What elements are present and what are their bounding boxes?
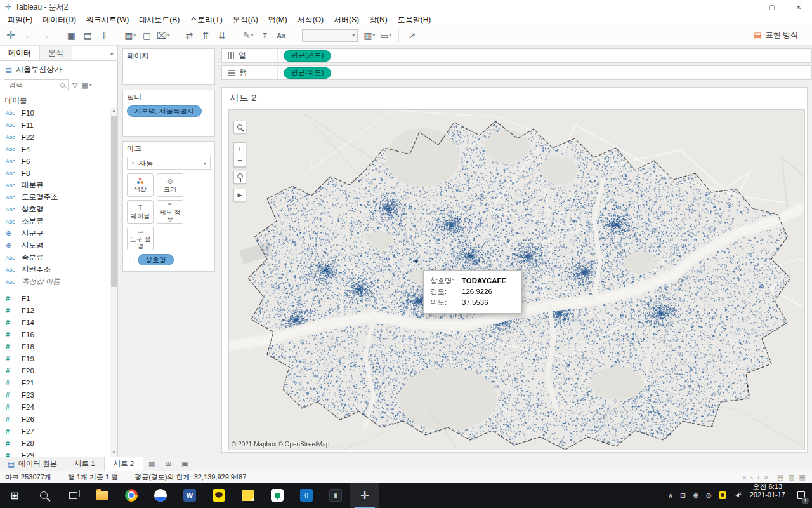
marks-card[interactable]: 마크 ○ 자동 ▾ 색상⊙크기T레이블≡세부 정보▭도구 설명 ⋮⋮ 상호명 — [122, 141, 215, 272]
field-measure[interactable]: #F16 — [0, 328, 110, 340]
tab-analytics[interactable]: 분석 — [39, 46, 72, 60]
add-data-button[interactable]: ▤ — [80, 28, 95, 43]
kakaotalk-taskbar-button[interactable] — [204, 483, 233, 508]
field-measure[interactable]: #F23 — [0, 389, 110, 401]
columns-pill[interactable]: 평균(경도) — [284, 50, 331, 62]
show-me-button[interactable]: ▤ 표현 방식 — [754, 30, 798, 41]
field-measure[interactable]: #F26 — [0, 413, 110, 425]
filters-card[interactable]: 필터 시도명: 서울특별시 — [122, 90, 215, 137]
pane-collapse-icon[interactable]: ▸ — [107, 46, 117, 60]
display-icon[interactable]: ⊡ — [680, 491, 686, 500]
field-dimension[interactable]: AbcF11 — [0, 119, 110, 131]
file-explorer-taskbar-button[interactable] — [88, 483, 117, 508]
duplicate-sheet-button[interactable]: ▢ — [139, 28, 154, 43]
menu-item-6[interactable]: 맵(M) — [263, 14, 292, 25]
task-view-taskbar-button[interactable] — [58, 483, 88, 508]
kakaomap-taskbar-button[interactable] — [263, 483, 292, 508]
field-dimension[interactable]: ⊕시군구 — [0, 227, 110, 239]
menu-item-5[interactable]: 분석(A) — [228, 14, 263, 25]
bluetooth-icon[interactable]: ⊙ — [706, 491, 712, 500]
chrome-taskbar-button[interactable] — [117, 483, 146, 508]
new-dashboard-button[interactable]: ⊞ — [160, 457, 176, 471]
field-dimension[interactable]: AbcF8 — [0, 167, 110, 179]
text-label-button[interactable]: T — [257, 28, 272, 43]
field-dimension[interactable]: Abc소분류 — [0, 215, 110, 227]
field-measure[interactable]: #F1 — [0, 292, 110, 304]
marks-pill[interactable]: 상호명 — [138, 254, 174, 265]
word-taskbar-button[interactable]: W — [175, 483, 204, 508]
field-dimension[interactable]: ⊕시도명 — [0, 239, 110, 251]
sticky-notes-taskbar-button[interactable] — [233, 483, 263, 508]
status-view-1[interactable]: ▥ — [788, 473, 794, 481]
field-dimension[interactable]: Abc대분류 — [0, 179, 110, 191]
start-taskbar-button[interactable]: ⊞ — [0, 483, 29, 508]
menu-item-8[interactable]: 서버(S) — [329, 14, 364, 25]
tableau-taskbar-button[interactable]: ✛ — [350, 483, 379, 508]
new-worksheet-button[interactable]: ▦▾ — [122, 28, 138, 43]
minimize-button[interactable]: — — [732, 0, 759, 14]
field-measure[interactable]: #F19 — [0, 352, 110, 364]
field-dimension[interactable]: AbcF10 — [0, 107, 110, 119]
search-input[interactable] — [8, 81, 60, 90]
menu-item-4[interactable]: 스토리(T) — [185, 14, 227, 25]
sort-descending-button[interactable]: ⇊ — [214, 28, 230, 43]
notification-center-button[interactable]: 1 — [790, 483, 812, 508]
menu-item-0[interactable]: 파일(F) — [3, 14, 37, 25]
zoom-out-button[interactable]: − — [233, 154, 246, 167]
datasource-tab[interactable]: ▤ 데이터 원본 — [0, 457, 65, 471]
map-pan-button[interactable]: ▶ — [233, 189, 246, 201]
filter-pill[interactable]: 시도명: 서울특별시 — [127, 105, 202, 117]
mark-type-selector[interactable]: ○ 자동 ▾ — [127, 157, 211, 170]
field-measure[interactable]: #F29 — [0, 449, 110, 457]
menu-item-3[interactable]: 대시보드(B) — [134, 14, 185, 25]
field-measure[interactable]: #F21 — [0, 377, 110, 389]
taskbar-clock[interactable]: 오전 6:13 2021-01-17 — [745, 483, 790, 508]
search-taskbar-taskbar-button[interactable] — [29, 483, 58, 508]
map-pin-button[interactable] — [233, 171, 246, 184]
field-dimension[interactable]: AbcF4 — [0, 143, 110, 155]
filter-fields-icon[interactable]: ▽ — [72, 81, 77, 90]
menu-item-9[interactable]: 창(N) — [364, 14, 393, 25]
status-view-0[interactable]: ▤ — [777, 473, 783, 481]
scroll-up-icon[interactable]: ▲ — [110, 107, 117, 114]
field-dimension[interactable]: Abc상호명 — [0, 203, 110, 215]
hidden-icons-chevron[interactable]: ∧ — [668, 491, 673, 500]
detail-button[interactable]: ≡세부 정보 — [157, 200, 183, 224]
volume-muted[interactable] — [733, 492, 742, 499]
rows-pill[interactable]: 평균(위도) — [284, 67, 331, 79]
field-list-scrollbar[interactable]: ▲ ▼ — [110, 107, 117, 457]
dark-app-taskbar-button[interactable]: ▮ — [321, 483, 350, 508]
presentation-mode-button[interactable]: ▭▾ — [378, 28, 393, 43]
zoom-in-button[interactable]: + — [233, 142, 246, 155]
status-nav-1[interactable]: ‹ — [750, 473, 753, 481]
field-measure[interactable]: #F28 — [0, 437, 110, 449]
field-measure[interactable]: #F24 — [0, 401, 110, 413]
color-button[interactable]: 색상 — [127, 173, 154, 197]
sort-ascending-button[interactable]: ⇈ — [198, 28, 213, 43]
field-measure[interactable]: #F27 — [0, 425, 110, 437]
search-box[interactable] — [4, 79, 69, 91]
field-measure[interactable]: #F12 — [0, 304, 110, 316]
field-measure[interactable]: #F18 — [0, 340, 110, 352]
status-nav-2[interactable]: › — [757, 473, 760, 481]
pages-card[interactable]: 페이지 — [122, 48, 215, 85]
columns-shelf[interactable]: 열 평균(경도) — [221, 48, 812, 63]
field-dimension[interactable]: Abc측정값 이름 — [0, 276, 110, 288]
fit-selector[interactable]: ▾ — [302, 29, 358, 42]
new-worksheet-button[interactable]: ▦ — [143, 457, 160, 471]
sheet-tab-1[interactable]: 시트 1 — [65, 457, 105, 471]
undo-button[interactable]: ← — [21, 28, 36, 43]
swap-rows-columns-button[interactable]: ⇄ — [181, 28, 197, 43]
field-measure[interactable]: #F14 — [0, 316, 110, 328]
clear-sheet-button[interactable]: ⌧▾ — [155, 28, 171, 43]
field-dimension[interactable]: Abc중분류 — [0, 251, 110, 264]
sheet-tab-2[interactable]: 시트 2 — [105, 457, 144, 471]
datasource-row[interactable]: ▤ 서울부산상가 — [0, 61, 117, 77]
view-options-icon[interactable]: ▦▾ — [81, 81, 91, 90]
status-nav-0[interactable]: « — [742, 473, 746, 481]
menu-item-1[interactable]: 데이터(D) — [37, 14, 81, 25]
size-button[interactable]: ⊙크기 — [157, 173, 183, 197]
field-measure[interactable]: #F20 — [0, 364, 110, 377]
field-dimension[interactable]: Abc도로명주소 — [0, 191, 110, 203]
fix-axes-button[interactable]: Ax — [273, 28, 289, 43]
